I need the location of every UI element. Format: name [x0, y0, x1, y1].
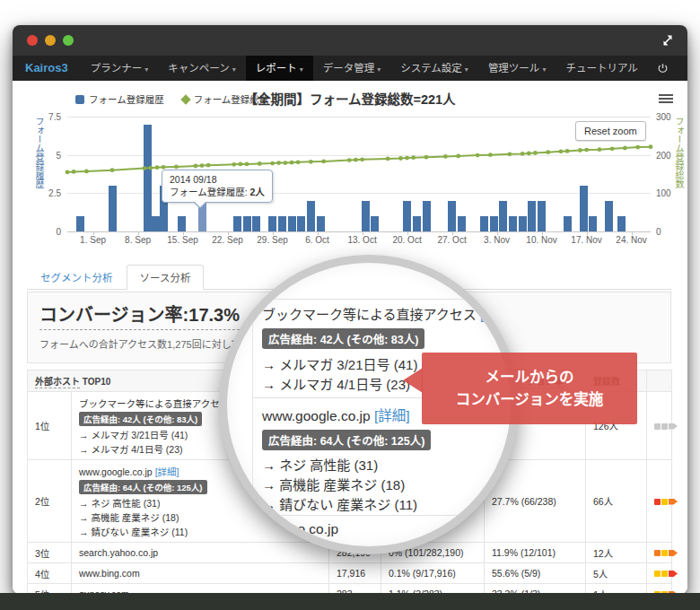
tab-source-analysis[interactable]: ソース分析: [127, 265, 205, 290]
line-point[interactable]: [443, 154, 448, 159]
line-point[interactable]: [456, 154, 460, 159]
line-point[interactable]: [360, 157, 364, 161]
trend-segment: [669, 550, 678, 556]
line-point[interactable]: [565, 149, 570, 153]
line-point[interactable]: [142, 166, 146, 170]
line-point[interactable]: [270, 161, 275, 166]
magnified-row-border: [252, 299, 511, 300]
nav-item-2[interactable]: レポート▾: [246, 56, 313, 81]
line-series-marker: [180, 94, 190, 104]
tab-segment-analysis[interactable]: セグメント分析: [27, 265, 127, 290]
power-icon[interactable]: [657, 56, 669, 81]
line-point[interactable]: [206, 163, 211, 168]
detail-link[interactable]: [詳細]: [374, 408, 410, 423]
line-point[interactable]: [245, 162, 249, 167]
trend-segment: [654, 571, 661, 577]
line-point[interactable]: [598, 147, 602, 152]
line-point[interactable]: [488, 152, 493, 157]
legend-item-bar[interactable]: フォーム登録履歴: [75, 92, 164, 106]
line-point[interactable]: [649, 144, 653, 149]
line-point[interactable]: [584, 148, 589, 152]
line-point[interactable]: [284, 161, 288, 165]
trend-segment: [661, 550, 668, 556]
line-point[interactable]: [194, 164, 198, 169]
host-name: search.yahoo.co.jp: [79, 547, 321, 558]
app-window: Kairos3 プランナー▾キャンペーン▾レポート▾データ管理▾システム設定▾管…: [13, 25, 687, 594]
callout-line1: メールからの: [486, 366, 574, 388]
x-axis-label: 13. Oct: [338, 235, 387, 245]
line-point[interactable]: [149, 166, 153, 170]
trend-segment: [669, 571, 678, 577]
line-point[interactable]: [309, 160, 313, 164]
conversion-rate-title: コンバージョン率:17.3%: [39, 301, 240, 330]
x-axis-label: 6. Oct: [293, 235, 342, 245]
line-point[interactable]: [476, 153, 480, 158]
trend-segment: [669, 499, 678, 505]
line-point[interactable]: [623, 146, 627, 151]
expand-icon[interactable]: [661, 33, 675, 48]
line-point[interactable]: [258, 161, 262, 166]
line-point[interactable]: [533, 151, 538, 155]
cell-trend: [647, 563, 672, 584]
arrow-icon: →: [262, 377, 276, 392]
reset-zoom-button[interactable]: Reset zoom: [575, 121, 646, 141]
line-point[interactable]: [578, 148, 582, 152]
line-point[interactable]: [527, 152, 531, 156]
line-point[interactable]: [174, 165, 179, 170]
zoom-button[interactable]: [63, 35, 74, 46]
line-point[interactable]: [296, 160, 301, 164]
line-point[interactable]: [635, 145, 640, 150]
line-point[interactable]: [72, 170, 76, 174]
line-point[interactable]: [276, 161, 281, 165]
nav-item-3[interactable]: データ管理▾: [313, 56, 391, 81]
x-tickmark: [318, 231, 319, 235]
line-point[interactable]: [290, 161, 294, 165]
line-point[interactable]: [424, 155, 429, 160]
trend-line[interactable]: [67, 117, 651, 231]
line-point[interactable]: [110, 168, 115, 172]
line-point[interactable]: [84, 170, 89, 174]
nav-item-5[interactable]: 管理ツール▾: [478, 56, 556, 81]
trend-arrow-icon: [654, 423, 678, 430]
line-point[interactable]: [508, 152, 512, 156]
line-point[interactable]: [66, 170, 70, 175]
line-point[interactable]: [386, 157, 390, 161]
line-point[interactable]: [321, 160, 326, 164]
line-point[interactable]: [200, 163, 205, 168]
cell-rank: 1位: [28, 392, 72, 460]
line-point[interactable]: [239, 162, 243, 167]
nav-item-1[interactable]: キャンペーン▾: [158, 56, 245, 81]
line-point[interactable]: [411, 155, 416, 160]
chevron-down-icon: ▾: [144, 65, 148, 74]
line-point[interactable]: [546, 150, 550, 154]
host-name: www.bing.com: [79, 568, 321, 579]
detail-link[interactable]: [詳細]: [155, 466, 179, 477]
chart-export-menu-icon[interactable]: [659, 92, 673, 105]
line-point[interactable]: [559, 149, 564, 153]
x-axis-label: 22. Sep: [204, 235, 252, 245]
chevron-down-icon: ▾: [300, 65, 303, 74]
line-point[interactable]: [155, 165, 160, 170]
cell-access-count: 17,916: [329, 563, 381, 584]
line-point[interactable]: [162, 165, 166, 170]
line-point[interactable]: [398, 156, 403, 161]
nav-item-4[interactable]: システム設定▾: [390, 56, 478, 81]
nav-item-6[interactable]: チュートリアル: [556, 56, 647, 81]
line-point[interactable]: [232, 162, 236, 167]
line-point[interactable]: [405, 156, 409, 161]
x-axis-label: 17. Nov: [563, 235, 611, 245]
nav-item-0[interactable]: プランナー▾: [81, 56, 159, 81]
line-point[interactable]: [610, 146, 615, 151]
arrow-icon: →: [262, 357, 276, 372]
trend-arrow-icon: [654, 499, 678, 505]
tooltip-value: 2人: [250, 187, 265, 197]
legend-label: フォーム登録履歴: [89, 92, 164, 106]
brand-logo[interactable]: Kairos3: [25, 56, 68, 81]
line-point[interactable]: [347, 158, 352, 162]
minimize-button[interactable]: [45, 35, 56, 46]
y-axis-right-title: フォーム登録総数: [672, 117, 686, 231]
line-point[interactable]: [354, 158, 358, 162]
close-button[interactable]: [27, 35, 38, 46]
line-point[interactable]: [521, 152, 525, 156]
referral-item: メルマガ 3/21日号 (41): [279, 357, 417, 372]
